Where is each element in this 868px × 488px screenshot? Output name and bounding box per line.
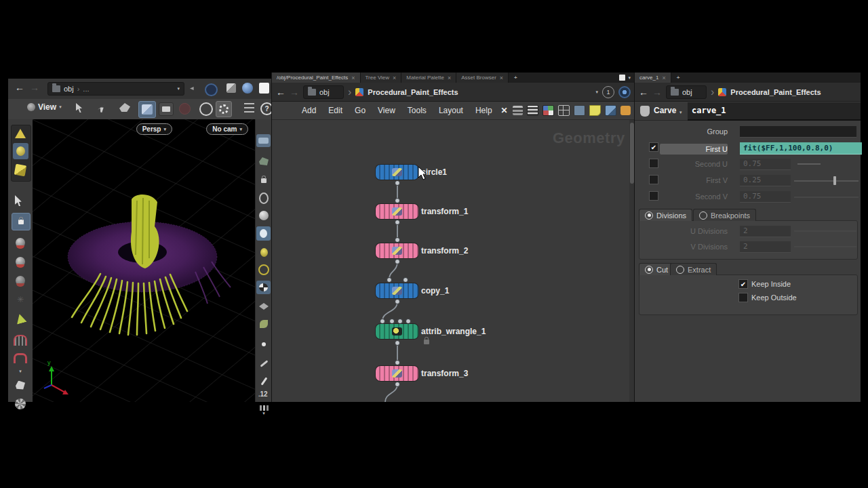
first-v-slider-handle[interactable] (833, 176, 836, 185)
menu-edit[interactable]: Edit (323, 104, 348, 117)
bulb-icon[interactable] (256, 245, 271, 259)
pen-icon[interactable] (256, 374, 271, 388)
magnet-grid-icon[interactable] (13, 333, 28, 347)
node-type-dropdown-icon[interactable]: ▾ (679, 110, 682, 115)
first-v-field[interactable]: 0.25 (740, 175, 791, 186)
node-transform-1[interactable] (376, 204, 418, 219)
forward-icon[interactable]: → (290, 87, 299, 97)
globe-icon[interactable] (242, 83, 253, 94)
light-add-icon[interactable] (256, 263, 271, 277)
first-u-field[interactable]: fit($FF,1,100,0.8,0) (740, 142, 862, 155)
cut-radio-tab[interactable]: Cut (639, 263, 674, 275)
node-name-field[interactable]: carve_1 (688, 102, 861, 121)
tab-material-palette[interactable]: Material Palette× (401, 73, 456, 83)
disc-tool-icon[interactable] (13, 397, 28, 411)
snap-view-button[interactable] (256, 134, 271, 147)
shelf-more-icon[interactable]: ▾ (13, 365, 28, 378)
path-dropdown-icon[interactable]: ▾ (177, 86, 180, 92)
menu-view[interactable]: View (372, 104, 401, 117)
back-icon[interactable]: ← (15, 83, 24, 92)
material-button[interactable] (256, 281, 271, 294)
lights-button[interactable] (256, 226, 271, 241)
image-add-icon[interactable] (605, 105, 616, 116)
menu-tools[interactable]: Tools (402, 104, 432, 117)
breakpoints-radio-tab[interactable]: Breakpoints (693, 209, 756, 221)
back-icon[interactable]: ← (276, 87, 285, 97)
path-dropdown-icon[interactable]: ▾ (595, 89, 598, 95)
display-options-button[interactable] (216, 101, 232, 117)
menu-add[interactable]: Add (296, 104, 321, 117)
shade-cone-icon[interactable] (15, 129, 26, 138)
pose-tool-icon[interactable] (13, 255, 28, 268)
network-context-chip[interactable]: obj (303, 85, 344, 99)
second-u-field[interactable]: 0.75 (740, 159, 791, 170)
glove-icon[interactable] (256, 155, 271, 168)
hand-tool-icon[interactable] (13, 378, 28, 392)
param-context-chip[interactable]: obj (666, 85, 707, 99)
pin-view-icon[interactable] (256, 191, 271, 205)
u-divisions-field[interactable]: 2 (740, 226, 791, 237)
tab-asset-browser[interactable]: Asset Browser× (456, 73, 509, 83)
sliders-icon[interactable] (244, 103, 254, 113)
network-canvas[interactable]: Geometry (272, 120, 629, 402)
second-v-slider[interactable] (794, 197, 859, 198)
second-u-slider[interactable] (797, 163, 821, 165)
extract-radio-tab[interactable]: Extract (670, 263, 717, 275)
keep-outside-checkbox[interactable] (738, 293, 748, 302)
tab-tree-view[interactable]: Tree View× (361, 73, 402, 83)
second-u-checkbox[interactable] (649, 159, 658, 168)
sticky-note-icon[interactable] (589, 105, 601, 116)
back-icon[interactable]: ← (639, 87, 648, 97)
v-divisions-slider[interactable] (794, 246, 856, 247)
target-icon[interactable] (618, 86, 631, 98)
rotate-tool-icon[interactable] (119, 103, 130, 112)
u-divisions-slider[interactable] (794, 230, 856, 232)
frame-12-icon[interactable]: .12 (258, 390, 268, 398)
node-circle1[interactable] (376, 165, 418, 180)
first-u-checkbox[interactable]: ✔ (649, 142, 658, 152)
hierarchy-icon[interactable] (513, 106, 523, 115)
cube-icon[interactable] (226, 83, 236, 93)
view-menu[interactable]: View ▾ (27, 102, 62, 112)
list-icon[interactable] (527, 105, 538, 116)
view-lock-icon[interactable] (256, 174, 271, 187)
character-tool-icon[interactable] (13, 274, 28, 287)
shade-box-icon[interactable] (14, 164, 27, 177)
sphere-view-icon[interactable] (256, 209, 271, 222)
select-tool-icon[interactable] (76, 103, 85, 113)
color-palette-icon[interactable] (542, 105, 554, 116)
group-field[interactable] (740, 126, 856, 138)
pin-icon[interactable] (190, 87, 199, 90)
projection-selector[interactable]: Persp▾ (136, 123, 172, 135)
first-v-checkbox[interactable] (649, 175, 658, 184)
translate-tool-icon[interactable] (98, 103, 107, 113)
forward-icon[interactable]: → (652, 87, 662, 97)
dot-icon[interactable] (256, 338, 271, 351)
paint-tool-icon[interactable] (13, 312, 28, 325)
brush-icon[interactable] (256, 357, 271, 370)
viewport-3d[interactable]: y Persp▾ No cam▾ (33, 119, 255, 402)
menu-layout[interactable]: Layout (433, 104, 469, 117)
tab-network-editor[interactable]: /obj/Procedural_Paint_Effects× (272, 73, 361, 83)
divisions-radio-tab[interactable]: Divisions (639, 209, 692, 221)
magnet-icon[interactable] (13, 351, 28, 365)
flower-icon[interactable] (256, 317, 271, 331)
shade-sphere-button[interactable] (13, 143, 28, 159)
chart-icon[interactable]: ▾ (256, 404, 271, 418)
stopwatch-icon[interactable] (199, 102, 213, 116)
v-divisions-field[interactable]: 2 (740, 241, 791, 253)
box-select-button[interactable] (159, 102, 174, 116)
secure-selection-button[interactable] (12, 213, 31, 230)
camera-selector[interactable]: No cam▾ (206, 123, 248, 135)
menu-go[interactable]: Go (349, 104, 371, 117)
first-v-slider[interactable] (794, 180, 859, 182)
pane-menu-icon[interactable]: ▾ (628, 75, 631, 81)
tools-wrench-icon[interactable]: ✕ (501, 106, 508, 115)
record-icon[interactable] (179, 103, 191, 115)
second-v-checkbox[interactable] (649, 191, 658, 201)
second-v-field[interactable]: 0.75 (740, 191, 791, 203)
handles-tool-button[interactable] (138, 101, 156, 118)
menu-help[interactable]: Help (470, 104, 498, 117)
node-copy-1[interactable] (376, 283, 418, 298)
tab-carve-1[interactable]: carve_1× (635, 73, 671, 83)
